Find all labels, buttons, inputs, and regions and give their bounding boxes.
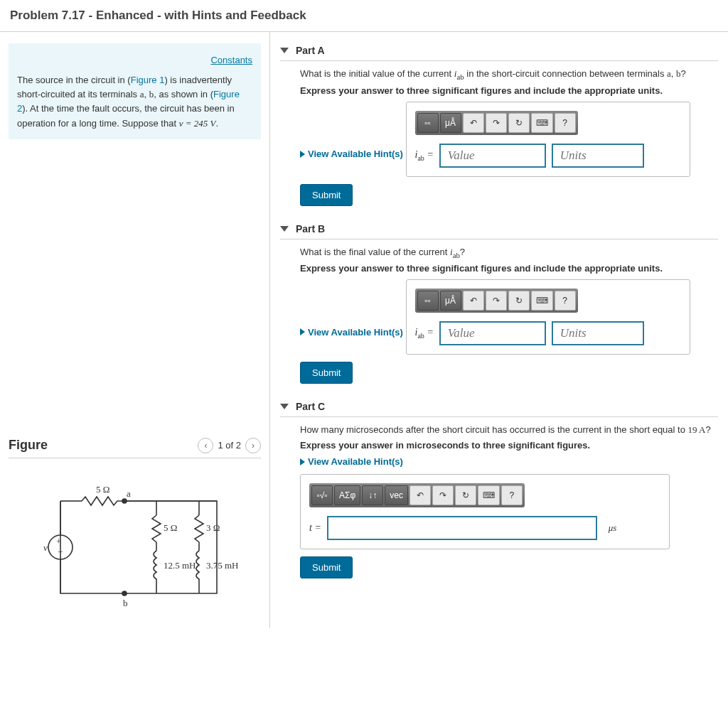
redo-icon[interactable]: ↷	[432, 485, 454, 505]
part-a-var-label: iab =	[415, 149, 434, 162]
svg-text:a: a	[127, 488, 131, 499]
part-c-hints-link[interactable]: View Available Hint(s)	[300, 456, 403, 467]
reset-icon[interactable]: ↻	[508, 291, 530, 311]
caret-right-icon	[300, 151, 305, 158]
figure-title: Figure	[9, 438, 48, 453]
undo-icon[interactable]: ↶	[463, 291, 484, 311]
svg-text:−: −	[58, 546, 63, 557]
templates-icon[interactable]: ▫▫	[417, 113, 439, 133]
part-b: Part B What is the final value of the cu…	[280, 219, 718, 384]
svg-text:v: v	[43, 542, 48, 553]
redo-icon[interactable]: ↷	[486, 291, 507, 311]
part-b-var-label: iab =	[415, 327, 434, 340]
part-c-instruction: Express your answer in microseconds to t…	[300, 440, 718, 451]
part-c-label: Part C	[296, 401, 325, 412]
part-a-instruction: Express your answer to three significant…	[300, 85, 718, 96]
part-c-var-label: t =	[309, 522, 321, 534]
caret-down-icon	[280, 226, 289, 232]
svg-point-2	[122, 591, 127, 596]
page-title: Problem 7.17 - Enhanced - with Hints and…	[0, 0, 728, 32]
part-b-submit-button[interactable]: Submit	[300, 362, 353, 384]
part-b-hints-link[interactable]: View Available Hint(s)	[300, 327, 403, 338]
templates-icon[interactable]: ▫▫	[417, 291, 439, 311]
part-b-question: What is the final value of the current i…	[300, 247, 718, 259]
part-a-label: Part A	[296, 45, 325, 56]
part-a-submit-button[interactable]: Submit	[300, 184, 353, 206]
help-icon[interactable]: ?	[555, 291, 576, 311]
part-c-answer-box: ▫√▫ ΑΣφ ↓↑ vec ↶ ↷ ↻ ⌨ ? t = μs	[300, 474, 670, 549]
keyboard-icon[interactable]: ⌨	[478, 485, 500, 505]
caret-right-icon	[300, 328, 305, 335]
templates-icon[interactable]: ▫√▫	[311, 485, 333, 505]
main-container: Constants The source in the circuit in (…	[0, 32, 728, 628]
left-column: Constants The source in the circuit in (…	[0, 32, 270, 628]
part-c-toolbar: ▫√▫ ΑΣφ ↓↑ vec ↶ ↷ ↻ ⌨ ?	[309, 483, 525, 507]
units-btn[interactable]: μÅ	[440, 291, 461, 311]
caret-down-icon	[280, 404, 289, 409]
part-b-answer-box: ▫▫ μÅ ↶ ↷ ↻ ⌨ ? iab =	[406, 279, 690, 355]
undo-icon[interactable]: ↶	[463, 113, 484, 133]
svg-text:5 Ω: 5 Ω	[164, 522, 177, 533]
part-c-value-input[interactable]	[327, 516, 597, 540]
vector-btn[interactable]: vec	[385, 485, 408, 505]
svg-text:5 Ω: 5 Ω	[96, 484, 109, 495]
help-icon[interactable]: ?	[501, 485, 523, 505]
part-a-units-input[interactable]	[552, 144, 644, 168]
reset-icon[interactable]: ↻	[508, 113, 530, 133]
keyboard-icon[interactable]: ⌨	[531, 113, 553, 133]
figure1-link[interactable]: Figure 1	[131, 75, 165, 85]
figure-header: Figure ‹ 1 of 2 ›	[9, 438, 261, 458]
part-a-header[interactable]: Part A	[280, 41, 718, 61]
circuit-figure: 5 Ω a 5 Ω 3 Ω 12.5 mH 3.75 mH v + − b	[9, 480, 261, 617]
next-figure-btn[interactable]: ›	[245, 438, 261, 453]
subscript-btn[interactable]: ↓↑	[362, 485, 383, 505]
svg-text:12.5 mH: 12.5 mH	[164, 560, 196, 571]
figure-pager: ‹ 1 of 2 ›	[198, 438, 261, 453]
right-column: Part A What is the initial value of the …	[270, 32, 728, 628]
part-a-toolbar: ▫▫ μÅ ↶ ↷ ↻ ⌨ ?	[415, 111, 578, 135]
part-c-unit-suffix: μs	[609, 522, 617, 534]
part-b-toolbar: ▫▫ μÅ ↶ ↷ ↻ ⌨ ?	[415, 289, 578, 313]
greek-btn[interactable]: ΑΣφ	[334, 485, 360, 505]
part-b-header[interactable]: Part B	[280, 219, 718, 239]
part-c: Part C How many microseconds after the s…	[280, 397, 718, 578]
part-a: Part A What is the initial value of the …	[280, 41, 718, 206]
caret-down-icon	[280, 48, 289, 53]
part-b-value-input[interactable]	[439, 321, 546, 345]
part-a-hints-link[interactable]: View Available Hint(s)	[300, 149, 403, 159]
help-icon[interactable]: ?	[555, 113, 576, 133]
part-a-answer-box: ▫▫ μÅ ↶ ↷ ↻ ⌨ ? iab =	[406, 102, 690, 177]
reset-icon[interactable]: ↻	[455, 485, 476, 505]
part-b-units-input[interactable]	[552, 321, 644, 345]
part-c-question: How many microseconds after the short ci…	[300, 424, 718, 436]
problem-text: The source in the circuit in (Figure 1) …	[17, 75, 240, 128]
keyboard-icon[interactable]: ⌨	[531, 291, 553, 311]
caret-right-icon	[300, 458, 305, 465]
part-c-submit-button[interactable]: Submit	[300, 556, 353, 578]
redo-icon[interactable]: ↷	[486, 113, 507, 133]
part-a-value-input[interactable]	[439, 144, 546, 168]
prev-figure-btn[interactable]: ‹	[198, 438, 213, 453]
svg-text:+: +	[56, 536, 61, 546]
svg-text:b: b	[123, 598, 128, 608]
part-b-instruction: Express your answer to three significant…	[300, 263, 718, 274]
part-a-question: What is the initial value of the current…	[300, 68, 718, 81]
svg-text:3.75 mH: 3.75 mH	[206, 560, 238, 571]
pager-label: 1 of 2	[218, 440, 241, 451]
svg-text:3 Ω: 3 Ω	[206, 522, 220, 533]
part-b-label: Part B	[296, 223, 325, 235]
units-btn[interactable]: μÅ	[440, 113, 461, 133]
problem-statement-box: Constants The source in the circuit in (…	[9, 43, 261, 139]
undo-icon[interactable]: ↶	[410, 485, 431, 505]
part-c-header[interactable]: Part C	[280, 397, 718, 417]
constants-link[interactable]: Constants	[17, 53, 252, 68]
